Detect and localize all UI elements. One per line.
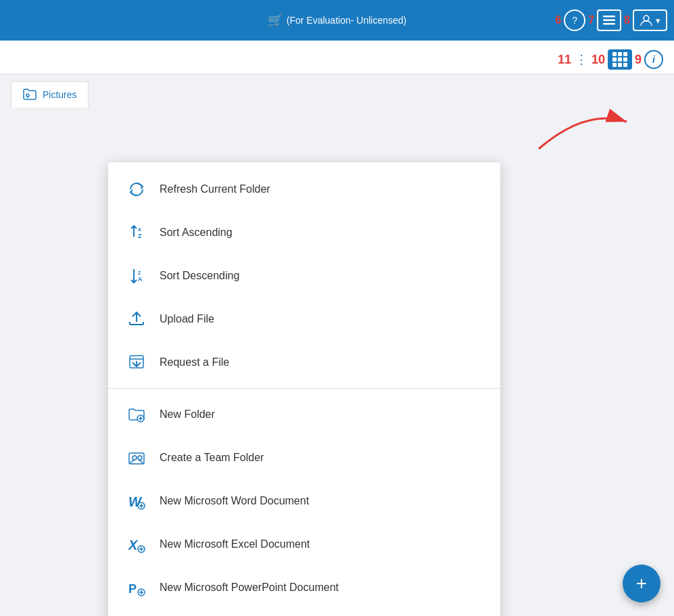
request-icon xyxy=(124,350,149,375)
num8-badge: 8 xyxy=(624,14,630,26)
menu-item-sort-desc-label: Sort Descending xyxy=(160,270,239,282)
dots-icon: ⋮ xyxy=(575,52,587,67)
num9-badge: 9 xyxy=(635,53,642,67)
svg-text:A: A xyxy=(138,276,143,283)
sort-asc-icon: A Z xyxy=(124,220,149,245)
svg-text:X: X xyxy=(128,538,139,552)
svg-text:Z: Z xyxy=(138,270,141,275)
svg-text:A: A xyxy=(138,227,141,232)
menu-item-refresh-label: Refresh Current Folder xyxy=(160,183,270,195)
dropdown-arrow: ▾ xyxy=(656,16,660,26)
menu-item-new-ppt-label: New Microsoft PowerPoint Document xyxy=(160,582,339,594)
svg-point-15 xyxy=(133,456,137,460)
fab-label: + xyxy=(636,573,647,594)
excel-icon: X xyxy=(124,532,149,556)
cart-icon: 🛒 xyxy=(268,13,283,28)
menu-item-team-folder[interactable]: Create a Team Folder xyxy=(108,436,500,479)
svg-point-3 xyxy=(644,16,649,21)
menu-item-new-word-label: New Microsoft Word Document xyxy=(160,495,309,507)
menu-item-new-text[interactable]: New Text Document xyxy=(108,609,500,616)
refresh-icon xyxy=(124,177,149,202)
svg-rect-1 xyxy=(603,20,615,22)
grid-view-button[interactable] xyxy=(608,49,632,70)
menu-item-new-folder-label: New Folder xyxy=(160,408,215,421)
word-icon: W xyxy=(124,489,149,513)
menu-button[interactable] xyxy=(597,9,621,31)
arrow-annotation xyxy=(532,101,640,156)
app-header: 🛒 (For Evaluation- Unlicensed) 6 ? 7 8 ▾ xyxy=(0,0,674,41)
menu-item-request[interactable]: Request a File xyxy=(108,341,500,384)
menu-item-new-excel-label: New Microsoft Excel Document xyxy=(160,538,310,550)
num11-badge: 11 xyxy=(558,53,571,67)
num6-badge: 6 xyxy=(555,14,561,26)
menu-item-sort-asc[interactable]: A Z Sort Ascending xyxy=(108,211,500,254)
folder-tab-label: Pictures xyxy=(43,89,77,100)
menu-divider-1 xyxy=(108,388,500,389)
grid-icon xyxy=(612,52,627,67)
svg-rect-2 xyxy=(603,23,615,25)
num7-badge: 7 xyxy=(588,14,594,26)
menu-item-new-word[interactable]: W New Microsoft Word Document xyxy=(108,479,500,523)
sub-header: 11 ⋮ 10 9 i xyxy=(0,41,674,74)
menu-item-request-label: Request a File xyxy=(160,356,229,369)
ppt-icon: P xyxy=(124,575,149,600)
info-button[interactable]: i xyxy=(644,50,663,69)
user-button[interactable]: ▾ xyxy=(633,9,667,31)
svg-text:Z: Z xyxy=(138,233,142,239)
svg-point-16 xyxy=(138,456,142,460)
sort-desc-icon: Z A xyxy=(124,264,149,288)
folder-icon xyxy=(22,87,37,102)
svg-text:P: P xyxy=(128,582,137,596)
menu-item-upload-label: Upload File xyxy=(160,313,214,325)
menu-item-new-folder[interactable]: New Folder xyxy=(108,393,500,436)
context-menu: Refresh Current Folder A Z Sort Ascendin… xyxy=(108,162,500,616)
header-controls: 6 ? 7 8 ▾ xyxy=(555,9,667,31)
menu-item-sort-asc-label: Sort Ascending xyxy=(160,227,233,239)
upload-icon xyxy=(124,307,149,331)
help-button[interactable]: ? xyxy=(564,9,585,31)
num10-badge: 10 xyxy=(592,53,605,67)
menu-item-sort-desc[interactable]: Z A Sort Descending xyxy=(108,254,500,298)
eval-notice: 🛒 (For Evaluation- Unlicensed) xyxy=(268,13,406,28)
svg-rect-0 xyxy=(603,16,615,18)
menu-item-refresh[interactable]: Refresh Current Folder xyxy=(108,168,500,211)
new-folder-icon xyxy=(124,402,149,427)
menu-item-upload[interactable]: Upload File xyxy=(108,298,500,341)
eval-text: (For Evaluation- Unlicensed) xyxy=(287,15,406,26)
menu-item-new-ppt[interactable]: P New Microsoft PowerPoint Document xyxy=(108,566,500,609)
menu-item-team-folder-label: Create a Team Folder xyxy=(160,452,264,464)
svg-point-5 xyxy=(26,94,29,97)
folder-tab[interactable]: Pictures xyxy=(11,81,89,108)
menu-item-new-excel[interactable]: X New Microsoft Excel Document xyxy=(108,523,500,566)
view-controls: 11 ⋮ 10 9 i xyxy=(558,49,663,70)
fab-button[interactable]: + xyxy=(623,565,660,602)
team-folder-icon xyxy=(124,446,149,470)
